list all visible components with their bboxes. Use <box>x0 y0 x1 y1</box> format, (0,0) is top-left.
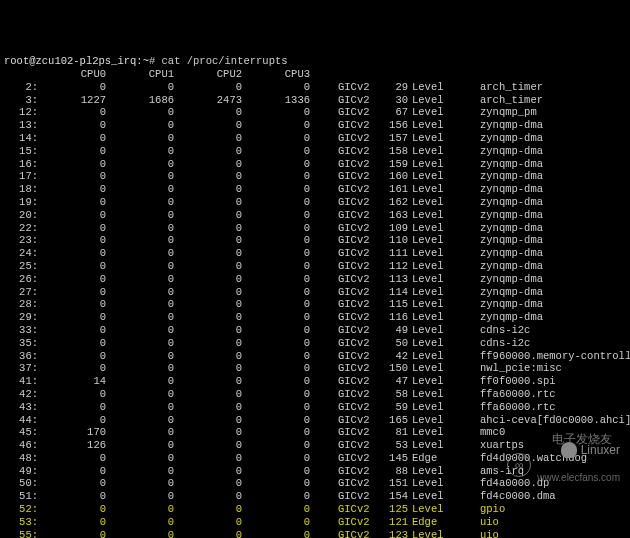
irq-row: 43:0000GICv259Levelffa60000.rtc <box>4 401 626 414</box>
share-icon: ∞ <box>507 453 531 477</box>
header-row: CPU0CPU1CPU2CPU3 <box>4 68 626 81</box>
irq-row: 23:0000GICv2110Levelzynqmp-dma <box>4 234 626 247</box>
irq-row: 36:0000GICv242Levelff960000.memory-contr… <box>4 350 626 363</box>
irq-row: 18:0000GICv2161Levelzynqmp-dma <box>4 183 626 196</box>
irq-row: 25:0000GICv2112Levelzynqmp-dma <box>4 260 626 273</box>
irq-row: 14:0000GICv2157Levelzynqmp-dma <box>4 132 626 145</box>
irq-row: 53:0000GICv2121Edgeuio <box>4 516 626 529</box>
irq-row: 24:0000GICv2111Levelzynqmp-dma <box>4 247 626 260</box>
irq-row: 13:0000GICv2156Levelzynqmp-dma <box>4 119 626 132</box>
irq-row: 16:0000GICv2159Levelzynqmp-dma <box>4 158 626 171</box>
watermark-cn: 电子发烧友 <box>552 432 612 446</box>
irq-row: 35:0000GICv250Levelcdns-i2c <box>4 337 626 350</box>
elecfans-watermark: ∞ 电子发烧友 www.elecfans.com <box>507 420 620 510</box>
irq-row: 19:0000GICv2162Levelzynqmp-dma <box>4 196 626 209</box>
irq-row: 26:0000GICv2113Levelzynqmp-dma <box>4 273 626 286</box>
irq-row: 29:0000GICv2116Levelzynqmp-dma <box>4 311 626 324</box>
irq-row: 22:0000GICv2109Levelzynqmp-dma <box>4 222 626 235</box>
irq-row: 33:0000GICv249Levelcdns-i2c <box>4 324 626 337</box>
irq-row: 27:0000GICv2114Levelzynqmp-dma <box>4 286 626 299</box>
shell-prompt: root@zcu102-pl2ps_irq:~# cat /proc/inter… <box>4 55 288 67</box>
irq-row: 2:0000GICv229Levelarch_timer <box>4 81 626 94</box>
irq-row: 41:14000GICv247Levelff0f0000.spi <box>4 375 626 388</box>
irq-row: 17:0000GICv2160Levelzynqmp-dma <box>4 170 626 183</box>
irq-row: 55:0000GICv2123Leveluio <box>4 529 626 538</box>
irq-row: 37:0000GICv2150Levelnwl_pcie:misc <box>4 362 626 375</box>
irq-row: 28:0000GICv2115Levelzynqmp-dma <box>4 298 626 311</box>
irq-row: 15:0000GICv2158Levelzynqmp-dma <box>4 145 626 158</box>
irq-row: 42:0000GICv258Levelffa60000.rtc <box>4 388 626 401</box>
irq-row: 3:1227168624731336GICv230Levelarch_timer <box>4 94 626 107</box>
irq-row: 20:0000GICv2163Levelzynqmp-dma <box>4 209 626 222</box>
watermark-url: www.elecfans.com <box>537 472 620 485</box>
irq-row: 12:0000GICv267Levelzynqmp_pm <box>4 106 626 119</box>
